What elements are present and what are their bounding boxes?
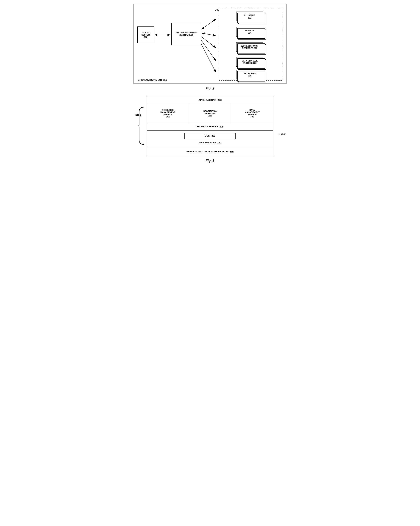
label-300: ↙ 300 xyxy=(278,132,286,135)
physical-resources-row: PHYSICAL AND LOGICAL RESOURCES 330 xyxy=(147,147,273,156)
rms-label: RESOURCEMANAGEMENTSERVICE302 xyxy=(160,109,175,118)
clusters-label: CLUSTERS222 xyxy=(244,14,255,19)
servers-label: SERVERS224 xyxy=(245,30,254,34)
client-system-box: CLIENTSYSTEM200 xyxy=(137,27,154,43)
gms-box: GRID MANAGEMENTSYSTEM 240 xyxy=(171,23,201,45)
client-system-label: CLIENTSYSTEM200 xyxy=(141,31,150,38)
workstations-label: WORKSTATIONS/DESKTOPS 226 xyxy=(241,45,258,49)
label-310: 310 { xyxy=(135,114,141,117)
svg-line-5 xyxy=(201,37,216,48)
info-services-cell: INFORMATIONSERVICES304 xyxy=(189,104,231,123)
fig2-diagram: CLIENTSYSTEM200 GRID MANAGEMENTSYSTEM 24… xyxy=(133,4,287,84)
fig2-caption: Fig. 2 xyxy=(205,87,214,91)
fig2-container: CLIENTSYSTEM200 GRID MANAGEMENTSYSTEM 24… xyxy=(130,4,290,91)
svg-line-6 xyxy=(201,40,216,61)
fig3-container: 310 { APPLICATIONS 340 RESOURCEMANAGEMEN… xyxy=(130,96,290,163)
services-row: RESOURCEMANAGEMENTSERVICE302 INFORMATION… xyxy=(147,104,273,123)
data-storage-box: DATA STORAGESYSTEMS 228 xyxy=(236,57,263,67)
label-160: 160 xyxy=(215,8,219,11)
clusters-box: CLUSTERS222 xyxy=(236,11,263,21)
bracket-310-svg xyxy=(137,106,145,145)
gms-label: GRID MANAGEMENTSYSTEM 240 xyxy=(175,31,197,37)
rms-cell: RESOURCEMANAGEMENTSERVICE302 xyxy=(147,104,189,123)
web-services-block: OGSI 322 WEB SERVICES 320 xyxy=(147,131,273,147)
grid-env-label: GRID ENVIRONMENT 150 xyxy=(138,79,167,81)
physical-label: PHYSICAL AND LOGICAL RESOURCES 330 xyxy=(186,150,234,153)
svg-line-4 xyxy=(201,33,216,36)
data-storage-label: DATA STORAGESYSTEMS 228 xyxy=(242,60,258,64)
dms-cell: DATAMANAGEMENTSERVICE306 xyxy=(231,104,273,123)
security-service-row: SECURITY SERVICE 308 xyxy=(147,123,273,131)
web-services-label: WEB SERVICES 320 xyxy=(198,141,222,145)
svg-line-7 xyxy=(201,44,216,73)
ogsi-box: OGSI 322 xyxy=(184,133,236,139)
networks-box: NETWORKS230 xyxy=(236,70,263,80)
info-services-label: INFORMATIONSERVICES304 xyxy=(203,110,217,117)
svg-line-3 xyxy=(201,19,216,29)
fig3-caption: Fig. 3 xyxy=(205,159,214,163)
networks-label: NETWORKS230 xyxy=(244,72,256,77)
servers-box: SERVERS224 xyxy=(236,27,263,37)
workstations-box: WORKSTATIONS/DESKTOPS 226 xyxy=(236,42,263,52)
dms-label: DATAMANAGEMENTSERVICE306 xyxy=(245,109,260,118)
ogsi-label: OGSI 322 xyxy=(205,135,215,137)
security-label: SECURITY SERVICE 308 xyxy=(197,125,224,128)
applications-label: APPLICATIONS 340 xyxy=(198,99,222,101)
fig3-wrapper: 310 { APPLICATIONS 340 RESOURCEMANAGEMEN… xyxy=(147,96,273,156)
applications-row: APPLICATIONS 340 xyxy=(147,96,273,104)
dashed-region: CLUSTERS222 SERVERS224 WORKSTATIONS/DESK… xyxy=(219,8,282,81)
fig3-diagram: APPLICATIONS 340 RESOURCEMANAGEMENTSERVI… xyxy=(147,96,273,156)
